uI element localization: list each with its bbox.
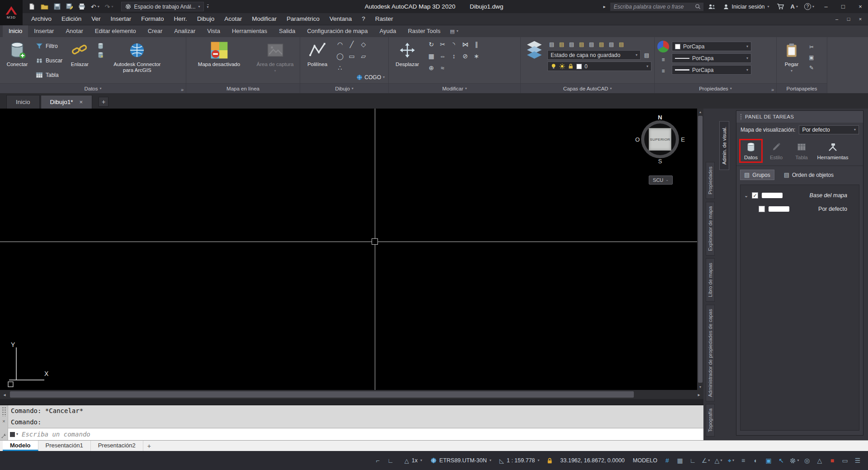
doc-restore-button[interactable]: □ <box>843 14 854 24</box>
copy-icon[interactable]: ▣ <box>807 53 816 62</box>
tree-expand-icon[interactable]: ⌄ <box>744 193 748 199</box>
inference-icon[interactable]: ∟ <box>385 454 396 467</box>
grid-icon[interactable]: # <box>662 454 674 467</box>
scroll-left-icon[interactable]: ◂ <box>0 390 9 399</box>
task-panel-titlebar[interactable]: PANEL DE TAREAS <box>736 111 863 123</box>
scale-lock-icon[interactable] <box>544 454 556 467</box>
viewcube-top-face[interactable]: SUPERIOR <box>649 128 671 151</box>
sign-in-button[interactable]: Iniciar sesión ▾ <box>720 3 773 11</box>
search-input[interactable] <box>613 3 693 10</box>
caret-down-icon[interactable]: ▾ <box>768 5 769 9</box>
task-tool-datos[interactable]: Datos <box>738 139 764 162</box>
orden-objetos-button[interactable]: ▤ Orden de objetos <box>780 170 838 180</box>
undo-button[interactable]: ↶▾ <box>89 2 102 11</box>
isolate-objects-icon[interactable]: ◎ <box>801 454 813 467</box>
file-tab-dibujo1[interactable]: Dibujo1* × <box>41 95 93 109</box>
viewcube-east-label[interactable]: E <box>681 136 685 143</box>
lock-icon[interactable] <box>568 63 574 69</box>
task-tool-estilo[interactable]: Estilo <box>764 139 789 162</box>
scu-dropdown[interactable]: SCU ⌄ <box>649 176 673 185</box>
save-as-button[interactable] <box>64 2 75 11</box>
drawing-canvas[interactable]: Y X N S E O SUPERIOR SCU ⌄ <box>0 109 697 390</box>
ribbon-tab[interactable]: Crear <box>142 25 169 37</box>
area-captura-button[interactable]: Área de captura ▾ <box>255 39 296 82</box>
save-button[interactable] <box>52 2 63 11</box>
circle-icon[interactable]: ◯ <box>335 51 345 62</box>
cursor-badge-icon[interactable]: ↖ <box>776 454 788 467</box>
panel-launcher-icon[interactable]: » <box>181 87 184 92</box>
ribbon-tab[interactable]: Configuración de mapa <box>301 25 373 37</box>
ribbon-tab[interactable]: Inicio <box>3 25 28 37</box>
layer-off-icon[interactable]: ▤ <box>587 40 596 48</box>
annotation-monitor-icon[interactable]: △ <box>814 454 826 467</box>
grupos-button[interactable]: ▤ Grupos <box>740 170 774 180</box>
base-map-checkbox[interactable]: ✓ <box>752 192 758 199</box>
menu-item[interactable]: Ver <box>86 13 105 25</box>
menu-item[interactable]: Insertar <box>106 13 137 25</box>
menu-item[interactable]: Edición <box>57 13 86 25</box>
ribbon-tab[interactable]: Raster Tools <box>402 25 446 37</box>
help-search[interactable] <box>610 2 704 11</box>
layer-lock-icon[interactable]: ▤ <box>577 40 586 48</box>
properties-list2-icon[interactable]: ≡ <box>659 66 668 75</box>
customization-icon[interactable]: ☰ <box>852 454 863 467</box>
ribbon-display-toggle[interactable]: ▤ ▾ <box>450 25 458 37</box>
map-scale-control[interactable]: ◺ 1 : 159.778 ▾ <box>496 454 543 467</box>
graphics-performance-icon[interactable]: ■ <box>826 454 838 467</box>
layout-tab-presentacion1[interactable]: Presentación1 <box>38 441 91 451</box>
open-file-button[interactable] <box>38 3 51 11</box>
viewcube-west-label[interactable]: O <box>635 136 640 143</box>
command-input[interactable] <box>21 430 703 438</box>
search-expand-icon[interactable]: ▸ <box>601 3 608 10</box>
vertical-scrollbar[interactable]: ▴ ▾ <box>697 109 703 390</box>
menu-item[interactable]: Acotar <box>219 13 247 25</box>
portapapeles-panel-footer[interactable]: Portapapeles <box>777 83 827 93</box>
command-grip[interactable] <box>2 407 6 417</box>
buscar-button[interactable]: Buscar <box>34 57 64 65</box>
ortho-icon[interactable]: ∟ <box>687 454 699 467</box>
point-style-icon[interactable]: ∴ <box>335 62 345 73</box>
rectangle-icon[interactable]: ▭ <box>346 51 357 62</box>
qat-customize-button[interactable]: ▾ <box>205 4 211 10</box>
stretch-icon[interactable]: ⇔ <box>437 51 448 62</box>
fillet-icon[interactable]: ◝ <box>448 39 459 50</box>
new-layout-button[interactable]: + <box>143 441 155 451</box>
viewcube-south-label[interactable]: S <box>658 158 662 165</box>
mapa-desactivado-button[interactable]: Mapa desactivado <box>190 39 248 82</box>
task-tool-herramientas[interactable]: Herramientas <box>814 139 851 162</box>
layer-color-chip[interactable] <box>576 64 582 69</box>
enlazar-button[interactable]: Enlazar <box>66 39 93 82</box>
ribbon-tab[interactable]: Insertar <box>28 25 60 37</box>
side-tab[interactable]: Administrador de propiedades de capas <box>706 304 715 401</box>
explode-icon[interactable]: ∗ <box>471 51 482 62</box>
ribbon-tab[interactable]: Ayuda <box>374 25 402 37</box>
mapa-panel-footer[interactable]: Mapa en línea <box>186 83 300 93</box>
side-tab[interactable]: Propiedades <box>706 162 715 199</box>
cogo-button[interactable]: COGO ▾ <box>356 74 385 81</box>
menu-item[interactable]: Modificar <box>247 13 282 25</box>
caret-down-icon[interactable]: ▾ <box>111 5 113 9</box>
linetype-dropdown[interactable]: PorCapa ▾ <box>672 53 751 63</box>
caret-down-icon[interactable]: ▾ <box>198 5 200 9</box>
pegar-button[interactable]: Pegar ▾ <box>779 39 804 82</box>
isodraft-icon[interactable]: △▾ <box>712 454 724 467</box>
ribbon-tab[interactable]: Analizar <box>168 25 201 37</box>
layer-dropdown[interactable]: 0 ▾ <box>547 62 651 71</box>
command-close-icon[interactable]: × <box>2 418 5 424</box>
match-properties-icon[interactable]: ✎ <box>807 63 816 72</box>
new-drawing-button[interactable]: + <box>99 97 108 107</box>
close-tab-icon[interactable]: × <box>80 95 83 109</box>
bulb-icon[interactable] <box>551 63 557 69</box>
dibujo-panel-footer[interactable]: Dibujo ▾ <box>300 83 388 93</box>
selection-cycling-icon[interactable]: ▣ <box>763 454 775 467</box>
layer-match-icon[interactable]: ▤ <box>597 40 606 48</box>
task-tool-tabla[interactable]: Tabla <box>789 139 814 162</box>
lineweight-dropdown[interactable]: PorCapa ▾ <box>672 65 751 75</box>
erase-icon[interactable]: ⊘ <box>460 51 471 62</box>
scale-icon[interactable]: ↕ <box>448 51 459 62</box>
cut-icon[interactable]: ✂ <box>807 43 816 51</box>
join-icon[interactable]: ⊕ <box>426 62 437 73</box>
viewcube-north-label[interactable]: N <box>658 114 662 121</box>
object-color-dropdown[interactable]: PorCapa ▾ <box>672 42 751 51</box>
menu-item[interactable]: Raster <box>370 13 398 25</box>
